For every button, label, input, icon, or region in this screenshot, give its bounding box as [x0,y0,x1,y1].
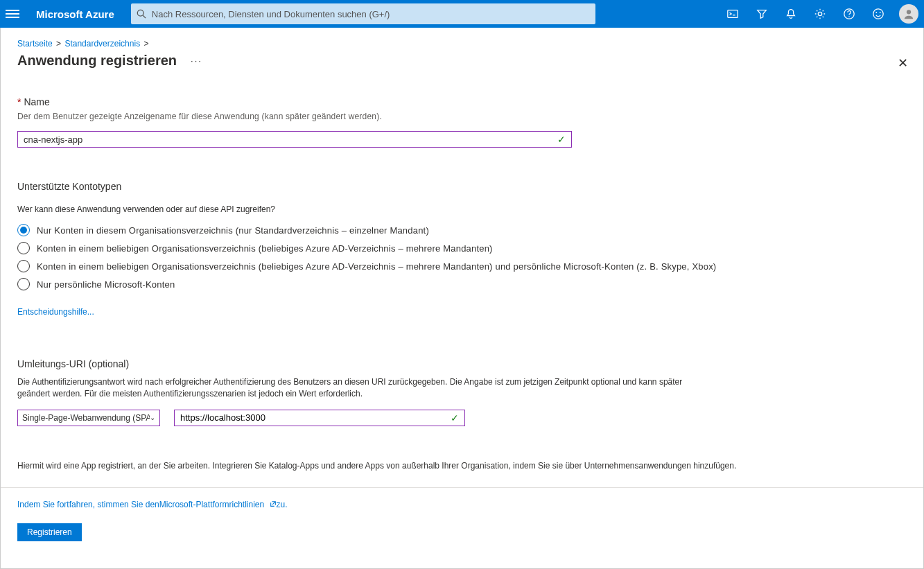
global-search[interactable] [131,3,595,24]
user-avatar[interactable] [899,4,918,24]
search-input[interactable] [152,9,590,19]
settings-gear-icon[interactable] [806,0,834,28]
cloud-shell-icon[interactable] [719,0,747,28]
svg-point-10 [907,10,911,14]
svg-point-9 [880,12,881,13]
svg-line-1 [143,15,146,18]
svg-point-6 [848,16,849,17]
brand-label: Microsoft Azure [36,8,114,20]
svg-point-7 [873,9,883,19]
svg-point-0 [137,10,143,16]
svg-rect-2 [728,10,738,18]
search-container [131,3,595,24]
feedback-icon[interactable] [864,0,892,28]
header-icon-bar [719,0,918,28]
search-icon [137,9,146,19]
notifications-icon[interactable] [777,0,805,28]
azure-header: Microsoft Azure [0,0,924,28]
svg-point-8 [875,12,877,13]
hamburger-menu-icon[interactable] [6,7,19,21]
directory-filter-icon[interactable] [748,0,776,28]
svg-point-4 [818,12,821,15]
help-icon[interactable] [835,0,863,28]
